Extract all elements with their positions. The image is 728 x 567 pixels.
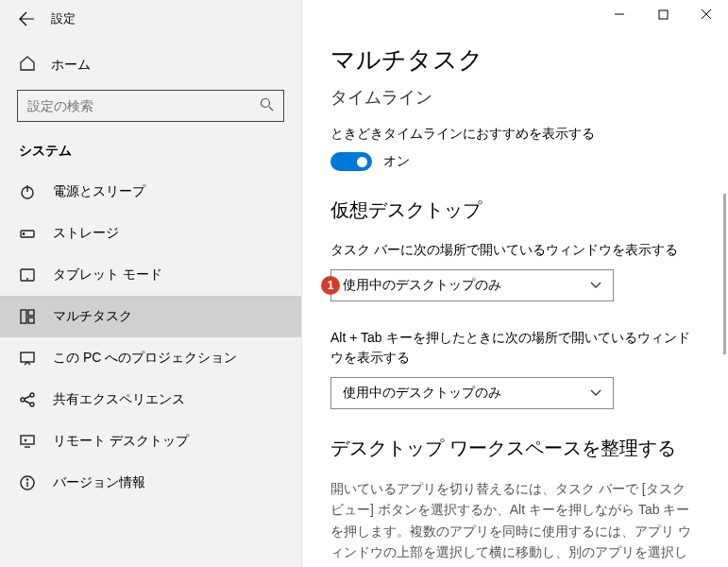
scrollbar-thumb[interactable] xyxy=(723,194,726,354)
content-pane: マルチタスク タイムライン ときどきタイムラインにおすすめを表示する オン 仮想… xyxy=(302,0,728,567)
multitask-icon xyxy=(19,308,36,325)
home-nav[interactable]: ホーム xyxy=(0,38,301,90)
svg-rect-9 xyxy=(28,310,34,316)
svg-point-14 xyxy=(30,403,34,406)
svg-rect-17 xyxy=(21,436,34,444)
alttab-dropdown-value: 使用中のデスクトップのみ xyxy=(343,385,501,402)
storage-icon xyxy=(19,225,36,242)
projection-icon xyxy=(19,350,36,367)
home-label: ホーム xyxy=(51,57,91,74)
chevron-down-icon xyxy=(590,387,601,399)
alttab-setting: Alt + Tab キーを押したときに次の場所で開いているウィンドウを表示する … xyxy=(330,328,700,409)
annotation-marker-1: 1 xyxy=(321,276,340,295)
about-icon xyxy=(19,474,36,491)
search-box[interactable] xyxy=(17,90,284,122)
sidebar-item-tablet[interactable]: タブレット モード xyxy=(0,254,301,296)
sidebar-item-shared[interactable]: 共有エクスペリエンス xyxy=(0,379,301,421)
taskbar-dropdown[interactable]: 使用中のデスクトップのみ xyxy=(330,269,614,301)
organize-body-text: 開いているアプリを切り替えるには、タスク バーで [タスク ビュー] ボタンを選… xyxy=(330,478,700,567)
svg-rect-11 xyxy=(21,352,34,362)
remote-icon xyxy=(19,433,36,450)
svg-point-21 xyxy=(26,479,27,480)
sidebar-item-label: ストレージ xyxy=(53,225,119,242)
svg-point-12 xyxy=(21,398,25,402)
timeline-toggle-state: オン xyxy=(383,153,410,170)
sidebar-item-label: リモート デスクトップ xyxy=(53,433,189,450)
sidebar-item-power[interactable]: 電源とスリープ xyxy=(0,171,301,213)
svg-rect-10 xyxy=(28,318,34,323)
chevron-down-icon xyxy=(590,280,601,291)
search-icon xyxy=(260,97,274,114)
sidebar-item-label: 電源とスリープ xyxy=(53,183,145,200)
svg-point-0 xyxy=(262,99,270,108)
sidebar-item-label: 共有エクスペリエンス xyxy=(53,391,185,408)
svg-line-15 xyxy=(25,396,30,399)
sidebar-item-label: バージョン情報 xyxy=(53,474,145,491)
sidebar-item-label: タブレット モード xyxy=(53,266,162,284)
search-input[interactable] xyxy=(27,98,260,113)
power-icon xyxy=(19,183,36,200)
alttab-dropdown[interactable]: 使用中のデスクトップのみ xyxy=(330,377,614,409)
window-title: 設定 xyxy=(51,10,76,27)
timeline-toggle-row: オン xyxy=(330,152,700,171)
minimize-button[interactable] xyxy=(598,0,641,28)
taskbar-setting: タスク バーに次の場所で開いているウィンドウを表示する 1 使用中のデスクトップ… xyxy=(330,240,700,301)
svg-line-16 xyxy=(25,401,30,404)
window-controls xyxy=(598,0,728,28)
scrollbar[interactable] xyxy=(723,43,726,554)
taskbar-setting-description: タスク バーに次の場所で開いているウィンドウを表示する xyxy=(330,240,700,260)
svg-point-5 xyxy=(23,233,24,234)
svg-point-13 xyxy=(30,393,34,397)
alttab-setting-description: Alt + Tab キーを押したときに次の場所で開いているウィンドウを表示する xyxy=(330,328,700,368)
svg-rect-23 xyxy=(659,10,668,19)
sidebar-item-about[interactable]: バージョン情報 xyxy=(0,462,301,504)
section-title-organize: デスクトップ ワークスペースを整理する xyxy=(330,436,700,461)
page-title: マルチタスク xyxy=(330,43,700,77)
titlebar: 設定 xyxy=(0,0,301,38)
tablet-icon xyxy=(19,266,36,284)
sidebar-item-remote[interactable]: リモート デスクトップ xyxy=(0,421,301,462)
svg-rect-8 xyxy=(21,310,26,323)
svg-line-1 xyxy=(269,107,273,111)
sidebar-item-label: マルチタスク xyxy=(53,308,132,325)
section-title-virtual-desktop: 仮想デスクトップ xyxy=(330,198,700,223)
section-header-system: システム xyxy=(0,139,301,171)
sidebar-item-storage[interactable]: ストレージ xyxy=(0,213,301,254)
sidebar: 設定 ホーム システム 電源とスリープ ストレージ xyxy=(0,0,302,567)
taskbar-dropdown-value: 使用中のデスクトップのみ xyxy=(343,277,501,294)
home-icon xyxy=(19,55,36,75)
maximize-button[interactable] xyxy=(641,0,685,28)
back-button[interactable] xyxy=(8,0,45,38)
sidebar-item-label: この PC へのプロジェクション xyxy=(53,350,237,367)
timeline-toggle-description: ときどきタイムラインにおすすめを表示する xyxy=(330,126,700,143)
section-title-timeline: タイムライン xyxy=(330,86,700,109)
sidebar-item-multitask[interactable]: マルチタスク xyxy=(0,296,301,337)
sidebar-item-projection[interactable]: この PC へのプロジェクション xyxy=(0,337,301,379)
nav-list: 電源とスリープ ストレージ タブレット モード マルチタスク この PC へのプ… xyxy=(0,171,301,504)
share-icon xyxy=(19,391,36,408)
timeline-toggle[interactable] xyxy=(330,152,372,171)
close-button[interactable] xyxy=(685,0,728,28)
